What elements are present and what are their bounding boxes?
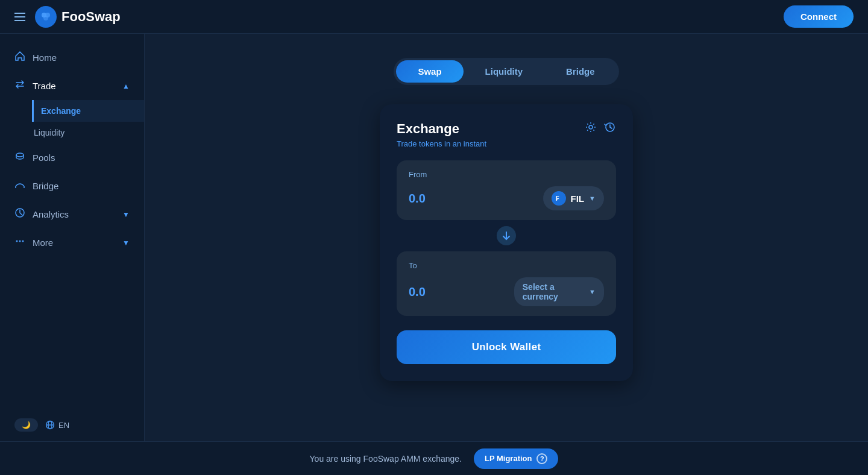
sidebar-item-pools-label: Pools bbox=[33, 153, 55, 163]
svg-point-9 bbox=[22, 241, 24, 242]
sidebar-item-bridge-label: Bridge bbox=[33, 181, 58, 191]
trade-chevron-icon: ▲ bbox=[122, 82, 130, 90]
exchange-title-area: Exchange Trade tokens in an instant bbox=[397, 121, 486, 148]
from-currency-selector[interactable]: ₣ FIL ▼ bbox=[543, 186, 604, 210]
sidebar-item-home[interactable]: Home bbox=[0, 43, 144, 72]
pools-icon bbox=[14, 151, 25, 165]
from-input[interactable] bbox=[409, 192, 526, 206]
logo-icon bbox=[35, 6, 57, 28]
to-label: To bbox=[409, 261, 604, 270]
more-chevron-icon: ▼ bbox=[122, 239, 130, 247]
swap-arrow-button[interactable] bbox=[495, 225, 517, 247]
banner-message: You are using FooSwap AMM exchange. bbox=[310, 454, 462, 464]
exchange-header: Exchange Trade tokens in an instant bbox=[397, 121, 616, 148]
to-panel: To Select a currency ▼ bbox=[397, 251, 616, 316]
sidebar: Home Trade ▲ Exchange Liquidity bbox=[0, 34, 145, 475]
sidebar-bottom: 🌙 EN bbox=[0, 411, 144, 439]
analytics-chevron-icon: ▼ bbox=[122, 210, 130, 219]
liquidity-submenu-label: Liquidity bbox=[34, 128, 64, 137]
exchange-actions bbox=[585, 121, 616, 136]
analytics-icon bbox=[14, 207, 25, 221]
logo-text: FooSwap bbox=[61, 9, 121, 25]
main-content: Swap Liquidity Bridge Exchange Trade tok… bbox=[145, 34, 868, 475]
menu-icon[interactable] bbox=[14, 13, 25, 21]
svg-point-2 bbox=[43, 16, 48, 20]
svg-point-13 bbox=[589, 125, 593, 129]
settings-icon[interactable] bbox=[585, 121, 597, 136]
from-panel: From ₣ FIL ▼ bbox=[397, 160, 616, 220]
help-icon: ? bbox=[536, 453, 547, 464]
exchange-subtitle: Trade tokens in an instant bbox=[397, 139, 486, 148]
svg-text:₣: ₣ bbox=[556, 195, 559, 202]
theme-toggle[interactable]: 🌙 bbox=[14, 418, 38, 432]
more-icon bbox=[14, 236, 25, 250]
from-input-row: ₣ FIL ▼ bbox=[409, 186, 604, 210]
header-left: FooSwap bbox=[14, 6, 121, 28]
history-icon[interactable] bbox=[604, 121, 616, 136]
sidebar-item-trade[interactable]: Trade ▲ bbox=[0, 72, 144, 100]
trade-submenu: Exchange Liquidity bbox=[0, 100, 144, 143]
bottom-banner: You are using FooSwap AMM exchange. LP M… bbox=[0, 441, 868, 475]
lp-migration-label: LP Migration bbox=[485, 454, 532, 463]
svg-point-3 bbox=[16, 153, 24, 157]
tab-bridge[interactable]: Bridge bbox=[544, 60, 617, 83]
svg-point-7 bbox=[16, 241, 18, 242]
to-input[interactable] bbox=[409, 285, 514, 299]
svg-point-8 bbox=[19, 241, 21, 242]
fil-icon: ₣ bbox=[552, 191, 566, 206]
from-currency-chevron-icon: ▼ bbox=[589, 195, 596, 202]
globe-icon bbox=[45, 420, 55, 430]
logo: FooSwap bbox=[35, 6, 121, 28]
unlock-wallet-button[interactable]: Unlock Wallet bbox=[397, 330, 616, 364]
to-currency-selector[interactable]: Select a currency ▼ bbox=[514, 277, 604, 306]
to-input-row: Select a currency ▼ bbox=[409, 277, 604, 306]
tab-liquidity[interactable]: Liquidity bbox=[464, 60, 545, 83]
language-label: EN bbox=[58, 421, 69, 430]
header: FooSwap Connect bbox=[0, 0, 868, 34]
exchange-card: Exchange Trade tokens in an instant bbox=[380, 104, 633, 381]
sidebar-item-bridge[interactable]: Bridge bbox=[0, 172, 144, 200]
sidebar-item-analytics-label: Analytics bbox=[33, 209, 69, 219]
connect-button[interactable]: Connect bbox=[784, 5, 854, 28]
from-label: From bbox=[409, 170, 604, 179]
sidebar-item-more[interactable]: More ▼ bbox=[0, 228, 144, 257]
sidebar-item-pools[interactable]: Pools bbox=[0, 143, 144, 172]
sidebar-item-trade-label: Trade bbox=[33, 81, 56, 91]
swap-arrow-container bbox=[397, 225, 616, 247]
main-layout: Home Trade ▲ Exchange Liquidity bbox=[0, 34, 868, 475]
lp-migration-button[interactable]: LP Migration ? bbox=[474, 448, 558, 469]
exchange-title: Exchange bbox=[397, 121, 486, 137]
home-icon bbox=[14, 51, 25, 64]
to-currency-chevron-icon: ▼ bbox=[589, 288, 596, 295]
sidebar-subitem-liquidity[interactable]: Liquidity bbox=[34, 122, 144, 143]
sidebar-subitem-exchange[interactable]: Exchange bbox=[32, 100, 144, 122]
tabs: Swap Liquidity Bridge bbox=[394, 58, 618, 85]
tab-swap[interactable]: Swap bbox=[396, 60, 463, 83]
language-selector[interactable]: EN bbox=[45, 420, 69, 430]
sidebar-item-home-label: Home bbox=[33, 52, 57, 63]
trade-icon bbox=[14, 79, 25, 93]
sidebar-item-more-label: More bbox=[33, 238, 53, 248]
bridge-icon bbox=[14, 179, 25, 193]
sidebar-item-analytics[interactable]: Analytics ▼ bbox=[0, 200, 144, 228]
from-currency-name: FIL bbox=[571, 193, 585, 204]
exchange-submenu-label: Exchange bbox=[41, 106, 81, 116]
to-currency-placeholder: Select a currency bbox=[523, 282, 584, 301]
